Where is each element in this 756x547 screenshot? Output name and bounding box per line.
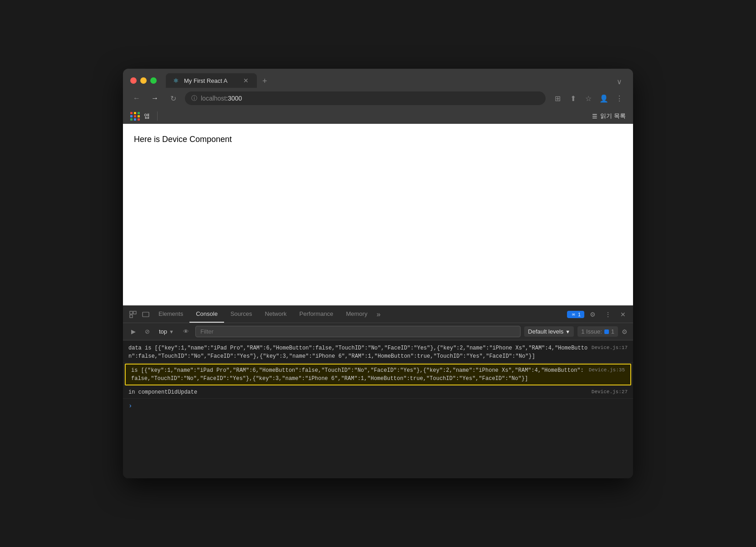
issue-count-num: 1 — [611, 328, 614, 335]
svg-rect-2 — [133, 311, 136, 314]
default-levels-dropdown[interactable]: Default levels ▼ — [524, 326, 574, 337]
nav-actions: ⊞ ⬆ ☆ 👤 ⋮ — [551, 92, 626, 105]
browser-window: ⚛ My First React A ✕ + ∨ ← → ↻ ⓘ localho… — [123, 69, 633, 478]
top-context-button[interactable]: top ▼ — [156, 327, 177, 336]
tab-network[interactable]: Network — [259, 306, 293, 323]
active-tab[interactable]: ⚛ My First React A ✕ — [166, 73, 257, 88]
device-toggle-button[interactable] — [139, 307, 152, 322]
devtools-more-button[interactable]: ⋮ — [601, 308, 615, 321]
prompt-chevron-icon: › — [128, 402, 132, 410]
reading-list-icon: ☰ — [592, 113, 598, 120]
new-tab-button[interactable]: + — [259, 75, 271, 88]
console-entry-3-text: in componentDidUpdate — [128, 388, 588, 396]
share-button[interactable]: ⬆ — [567, 92, 579, 105]
top-label: top — [159, 328, 167, 335]
profile-button[interactable]: 👤 — [598, 92, 610, 105]
console-toolbar: ▶ ⊘ top ▼ 👁 Default levels ▼ 1 Issue: 1 — [123, 323, 633, 340]
apps-label: 앱 — [144, 112, 150, 120]
back-button[interactable]: ← — [130, 92, 143, 105]
tabs-area: ⚛ My First React A ✕ + ∨ — [166, 73, 626, 88]
console-entry-3-file[interactable]: Device.js:27 — [588, 388, 628, 396]
console-output: data is [{"key":1,"name":"iPad Pro","RAM… — [123, 340, 633, 478]
bookmarks-bar: 앱 ☰ 읽기 목록 — [123, 109, 633, 124]
clear-console-button[interactable]: ▶ — [128, 327, 138, 336]
url-protocol: localhost — [201, 95, 226, 102]
ban-icon: ⊘ — [145, 328, 150, 335]
console-entry-2-text: is [{"key":1,"name":"iPad Pro","RAM":6,"… — [131, 366, 585, 383]
console-entry-1-text: data is [{"key":1,"name":"iPad Pro","RAM… — [128, 344, 588, 360]
address-url: localhost:3000 — [201, 95, 539, 102]
console-prompt: › — [123, 399, 633, 413]
issue-count-display: 1 Issue: 1 — [577, 326, 618, 337]
tab-favicon-icon: ⚛ — [173, 77, 180, 84]
eye-icon: 👁 — [183, 328, 189, 335]
menu-icon: ⋮ — [616, 94, 623, 103]
issue-badge-count: 1 — [578, 312, 581, 317]
no-issues-button[interactable]: ⊘ — [142, 327, 153, 336]
menu-button[interactable]: ⋮ — [613, 92, 626, 105]
devtools-tab-bar: Elements Console Sources Network Perform… — [123, 306, 633, 323]
reload-button[interactable]: ↻ — [167, 92, 179, 105]
star-icon: ☆ — [585, 94, 592, 103]
back-icon: ← — [133, 94, 140, 102]
maximize-button[interactable] — [150, 77, 157, 84]
issue-badge[interactable]: ✉ 1 — [567, 311, 584, 318]
console-entry-1-file[interactable]: Device.js:17 — [588, 344, 628, 352]
title-bar: ⚛ My First React A ✕ + ∨ — [123, 69, 633, 88]
devtools-actions: ✉ 1 ⚙ ⋮ ✕ — [567, 308, 629, 321]
console-entry-1: data is [{"key":1,"name":"iPad Pro","RAM… — [123, 342, 633, 363]
eye-button[interactable]: 👁 — [180, 327, 192, 336]
svg-rect-1 — [130, 315, 133, 318]
svg-rect-6 — [604, 329, 609, 334]
tab-console[interactable]: Console — [189, 306, 224, 323]
tab-sources[interactable]: Sources — [224, 306, 259, 323]
reading-list-button[interactable]: ☰ 읽기 목록 — [592, 112, 626, 120]
share-icon: ⬆ — [570, 94, 576, 103]
close-button[interactable] — [130, 77, 137, 84]
filter-input[interactable] — [195, 326, 521, 337]
console-settings-button[interactable]: ⚙ — [622, 328, 628, 335]
traffic-lights — [130, 77, 157, 84]
devtools-settings-button[interactable]: ⚙ — [586, 308, 599, 321]
default-levels-label: Default levels — [528, 328, 563, 335]
tab-memory[interactable]: Memory — [340, 306, 374, 323]
console-entry-3: in componentDidUpdate Device.js:27 — [123, 386, 633, 399]
levels-chevron-icon: ▼ — [565, 329, 570, 334]
console-entry-2-file[interactable]: Device.js:35 — [585, 366, 625, 374]
svg-text:✉: ✉ — [572, 313, 575, 317]
devtools-panel: Elements Console Sources Network Perform… — [123, 305, 633, 478]
svg-rect-3 — [143, 312, 149, 317]
forward-button[interactable]: → — [148, 92, 161, 105]
forward-icon: → — [151, 94, 158, 102]
page-heading: Here is Device Component — [134, 135, 622, 144]
profile-icon: 👤 — [599, 94, 608, 103]
reading-list-label: 읽기 목록 — [600, 112, 626, 120]
webpage-content: Here is Device Component — [123, 124, 633, 305]
navigation-bar: ← → ↻ ⓘ localhost:3000 ⊞ ⬆ ☆ 👤 — [123, 88, 633, 109]
tab-overflow-button[interactable]: ∨ — [613, 76, 626, 88]
play-icon: ▶ — [131, 328, 136, 335]
inspect-element-button[interactable] — [127, 307, 139, 322]
address-bar[interactable]: ⓘ localhost:3000 — [185, 91, 546, 105]
url-port: :3000 — [226, 95, 242, 102]
tab-performance[interactable]: Performance — [293, 306, 339, 323]
info-icon: ⓘ — [191, 94, 197, 102]
bookmarks-separator — [157, 111, 158, 121]
issue-count-label: 1 Issue: — [581, 328, 602, 335]
translate-button[interactable]: ⊞ — [551, 92, 564, 105]
console-entry-2-highlighted: is [{"key":1,"name":"iPad Pro","RAM":6,"… — [125, 364, 631, 385]
devtools-close-button[interactable]: ✕ — [617, 308, 629, 321]
tab-close-icon[interactable]: ✕ — [242, 77, 250, 84]
more-tabs-button[interactable]: » — [374, 307, 383, 322]
chevron-down-icon: ▼ — [169, 329, 174, 334]
minimize-button[interactable] — [140, 77, 147, 84]
translate-icon: ⊞ — [555, 94, 561, 103]
reload-icon: ↻ — [170, 94, 176, 103]
bookmark-button[interactable]: ☆ — [582, 92, 595, 105]
tab-elements[interactable]: Elements — [152, 306, 189, 323]
tab-title: My First React A — [184, 77, 239, 84]
apps-grid-icon[interactable] — [130, 112, 140, 121]
svg-rect-0 — [130, 311, 133, 314]
